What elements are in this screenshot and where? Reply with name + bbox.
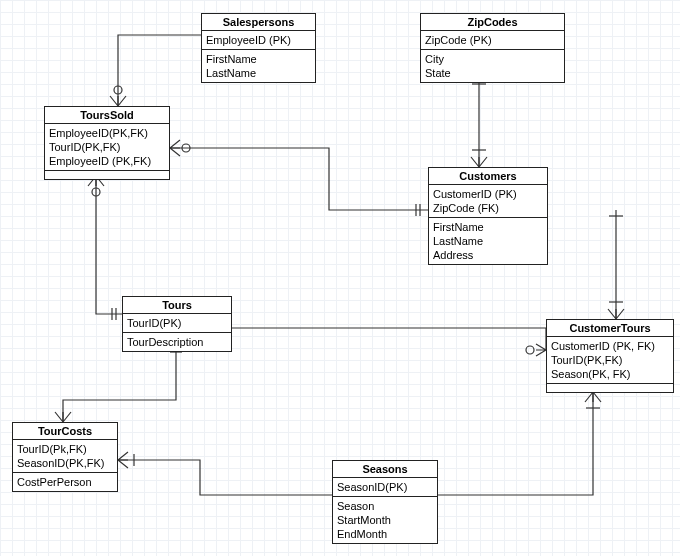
- key-field: ZipCode (FK): [433, 201, 543, 215]
- svg-point-3: [526, 346, 534, 354]
- entity-tourssold[interactable]: ToursSold EmployeeID(PK,FK) TourID(PK,FK…: [44, 106, 170, 180]
- attr-field: Address: [433, 248, 543, 262]
- entity-keys: CustomerID (PK, FK) TourID(PK,FK) Season…: [547, 337, 673, 384]
- entity-keys: TourID(Pk,FK) SeasonID(PK,FK): [13, 440, 117, 473]
- attr-field: LastName: [433, 234, 543, 248]
- key-field: Season(PK, FK): [551, 367, 669, 381]
- key-field: TourID(PK,FK): [551, 353, 669, 367]
- entity-attrs: TourDescription: [123, 333, 231, 351]
- entity-keys: CustomerID (PK) ZipCode (FK): [429, 185, 547, 218]
- entity-title: Customers: [429, 168, 547, 185]
- entity-tours[interactable]: Tours TourID(PK) TourDescription: [122, 296, 232, 352]
- entity-attrs: City State: [421, 50, 564, 82]
- key-field: TourID(PK,FK): [49, 140, 165, 154]
- entity-attrs: FirstName LastName: [202, 50, 315, 82]
- attr-field: CostPerPerson: [17, 475, 113, 489]
- entity-title: CustomerTours: [547, 320, 673, 337]
- entity-title: Salespersons: [202, 14, 315, 31]
- entity-keys: ZipCode (PK): [421, 31, 564, 50]
- svg-point-2: [182, 144, 190, 152]
- attr-field: FirstName: [206, 52, 311, 66]
- entity-title: Seasons: [333, 461, 437, 478]
- key-field: SeasonID(PK,FK): [17, 456, 113, 470]
- entity-keys: EmployeeID (PK): [202, 31, 315, 50]
- svg-point-0: [114, 86, 122, 94]
- key-field: CustomerID (PK, FK): [551, 339, 669, 353]
- key-field: CustomerID (PK): [433, 187, 543, 201]
- attr-field: StartMonth: [337, 513, 433, 527]
- entity-attrs: Season StartMonth EndMonth: [333, 497, 437, 543]
- entity-title: ToursSold: [45, 107, 169, 124]
- entity-title: TourCosts: [13, 423, 117, 440]
- entity-title: ZipCodes: [421, 14, 564, 31]
- entity-keys: EmployeeID(PK,FK) TourID(PK,FK) Employee…: [45, 124, 169, 171]
- attr-field: City: [425, 52, 560, 66]
- key-field: EmployeeID (PK): [206, 33, 311, 47]
- entity-seasons[interactable]: Seasons SeasonID(PK) Season StartMonth E…: [332, 460, 438, 544]
- key-field: EmployeeID(PK,FK): [49, 126, 165, 140]
- key-field: SeasonID(PK): [337, 480, 433, 494]
- entity-tourcosts[interactable]: TourCosts TourID(Pk,FK) SeasonID(PK,FK) …: [12, 422, 118, 492]
- entity-attrs: CostPerPerson: [13, 473, 117, 491]
- entity-keys: TourID(PK): [123, 314, 231, 333]
- attr-field: FirstName: [433, 220, 543, 234]
- attr-field: State: [425, 66, 560, 80]
- entity-keys: SeasonID(PK): [333, 478, 437, 497]
- entity-customertours[interactable]: CustomerTours CustomerID (PK, FK) TourID…: [546, 319, 674, 393]
- attr-field: LastName: [206, 66, 311, 80]
- entity-attrs: FirstName LastName Address: [429, 218, 547, 264]
- entity-title: Tours: [123, 297, 231, 314]
- entity-salespersons[interactable]: Salespersons EmployeeID (PK) FirstName L…: [201, 13, 316, 83]
- key-field: ZipCode (PK): [425, 33, 560, 47]
- key-field: EmployeeID (PK,FK): [49, 154, 165, 168]
- key-field: TourID(PK): [127, 316, 227, 330]
- svg-point-1: [92, 188, 100, 196]
- key-field: TourID(Pk,FK): [17, 442, 113, 456]
- entity-blank: [547, 384, 673, 392]
- attr-field: Season: [337, 499, 433, 513]
- attr-field: TourDescription: [127, 335, 227, 349]
- entity-blank: [45, 171, 169, 179]
- entity-customers[interactable]: Customers CustomerID (PK) ZipCode (FK) F…: [428, 167, 548, 265]
- attr-field: EndMonth: [337, 527, 433, 541]
- entity-zipcodes[interactable]: ZipCodes ZipCode (PK) City State: [420, 13, 565, 83]
